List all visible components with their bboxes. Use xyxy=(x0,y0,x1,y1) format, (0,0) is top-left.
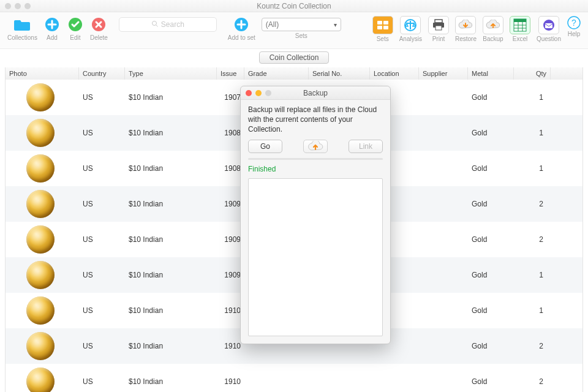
cell-country: US xyxy=(79,164,125,173)
add-button[interactable]: Add xyxy=(43,16,61,41)
cell-qty: 1 xyxy=(514,306,551,315)
backup-label: Backup xyxy=(483,36,503,42)
backup-button[interactable]: Backup xyxy=(483,16,503,42)
add-to-set-button[interactable]: Add to set xyxy=(228,16,255,41)
col-qty[interactable]: Qty xyxy=(514,67,551,80)
coin-icon xyxy=(26,190,55,218)
sets-button[interactable]: Sets xyxy=(372,16,393,42)
backup-dialog: Backup Backup will replace all files in … xyxy=(240,86,391,344)
minimize-icon[interactable] xyxy=(15,3,21,9)
cell-metal: Gold xyxy=(468,129,514,137)
cell-photo xyxy=(6,332,79,360)
add-label: Add xyxy=(47,34,58,41)
analysis-button[interactable]: Analysis xyxy=(399,16,422,42)
search-input[interactable]: Search xyxy=(119,17,217,32)
cell-qty: 1 xyxy=(514,129,551,137)
col-country[interactable]: Country xyxy=(79,67,125,80)
zoom-icon[interactable] xyxy=(24,3,31,9)
svg-rect-13 xyxy=(435,20,442,23)
cell-photo xyxy=(6,368,79,392)
col-serial[interactable]: Serial No. xyxy=(309,67,370,80)
go-button[interactable]: Go xyxy=(248,140,282,153)
search-field-group: Search xyxy=(119,16,217,40)
col-supplier[interactable]: Supplier xyxy=(419,67,468,80)
col-grade[interactable]: Grade xyxy=(244,67,309,80)
cell-qty: 1 xyxy=(514,164,551,173)
cloud-upload-icon xyxy=(483,16,503,34)
cell-qty: 1 xyxy=(514,93,551,102)
dialog-title: Backup xyxy=(241,89,390,97)
sets-dropdown[interactable]: (All) ▾ xyxy=(262,18,341,31)
print-label: Print xyxy=(432,36,445,42)
cell-country: US xyxy=(79,200,125,208)
col-type[interactable]: Type xyxy=(125,67,217,80)
cell-qty: 2 xyxy=(514,235,551,244)
section-tab-row: Coin Collection xyxy=(0,49,588,64)
edit-button[interactable]: Edit xyxy=(67,16,84,41)
cell-metal: Gold xyxy=(468,200,514,208)
cell-metal: Gold xyxy=(468,342,514,350)
cell-metal: Gold xyxy=(468,306,514,315)
status-text: Finished xyxy=(248,165,383,173)
question-button[interactable]: Question xyxy=(537,16,561,42)
dialog-message: Backup will replace all files in the Clo… xyxy=(248,105,383,135)
delete-button[interactable]: Delete xyxy=(90,16,108,41)
col-photo[interactable]: Photo xyxy=(6,67,79,80)
folder-icon xyxy=(13,16,31,33)
coin-icon xyxy=(26,296,55,325)
col-issue[interactable]: Issue xyxy=(217,67,244,80)
cell-photo xyxy=(6,83,79,111)
help-label: Help xyxy=(568,31,581,37)
coin-icon xyxy=(26,261,55,289)
log-output xyxy=(248,178,383,336)
analysis-label: Analysis xyxy=(399,36,422,42)
svg-text:?: ? xyxy=(571,18,576,28)
cell-country: US xyxy=(79,306,125,315)
table-header: Photo Country Type Issue Grade Serial No… xyxy=(6,67,582,80)
cell-type: $10 Indian xyxy=(125,200,217,208)
col-metal[interactable]: Metal xyxy=(468,67,514,80)
collections-button[interactable]: Collections xyxy=(7,16,37,41)
cell-metal: Gold xyxy=(468,271,514,279)
cell-type: $10 Indian xyxy=(125,129,217,137)
plus-circle-icon xyxy=(233,16,250,33)
cell-qty: 2 xyxy=(514,342,551,350)
restore-button[interactable]: Restore xyxy=(455,16,477,42)
cell-photo xyxy=(6,154,79,183)
sets-dropdown-group: (All) ▾ Sets xyxy=(262,16,341,39)
svg-rect-17 xyxy=(514,19,526,22)
coin-icon xyxy=(26,83,55,111)
cell-metal: Gold xyxy=(468,235,514,244)
cell-photo xyxy=(6,119,79,147)
scales-icon xyxy=(400,16,421,34)
excel-button[interactable]: Excel xyxy=(510,16,530,42)
cell-type: $10 Indian xyxy=(125,93,217,102)
svg-rect-23 xyxy=(545,23,552,28)
section-tab-coin-collection[interactable]: Coin Collection xyxy=(259,51,330,64)
main-toolbar: Collections Add Edit Delete Search A xyxy=(0,12,588,49)
window-title: Kountz Coin Collection xyxy=(0,2,588,10)
coin-icon xyxy=(26,119,55,147)
cell-issue: 1910 xyxy=(217,377,244,386)
check-circle-icon xyxy=(67,16,84,33)
col-location[interactable]: Location xyxy=(370,67,419,80)
search-placeholder: Search xyxy=(161,20,184,29)
cell-photo xyxy=(6,296,79,325)
help-button[interactable]: ? Help xyxy=(567,16,581,37)
print-button[interactable]: Print xyxy=(428,16,449,42)
coin-icon xyxy=(26,332,55,360)
window-titlebar: Kountz Coin Collection xyxy=(0,0,588,12)
svg-point-3 xyxy=(152,21,156,25)
excel-label: Excel xyxy=(513,36,527,42)
cell-country: US xyxy=(79,129,125,137)
x-circle-icon xyxy=(90,16,107,33)
cloud-download-icon xyxy=(455,16,476,34)
table-row[interactable]: US$10 Indian1910Gold2 xyxy=(6,364,582,392)
cell-country: US xyxy=(79,342,125,350)
help-icon: ? xyxy=(567,16,581,29)
cell-country: US xyxy=(79,235,125,244)
svg-rect-6 xyxy=(377,21,382,24)
link-button[interactable]: Link xyxy=(349,140,383,153)
close-icon[interactable] xyxy=(5,3,11,9)
printer-icon xyxy=(428,16,449,34)
